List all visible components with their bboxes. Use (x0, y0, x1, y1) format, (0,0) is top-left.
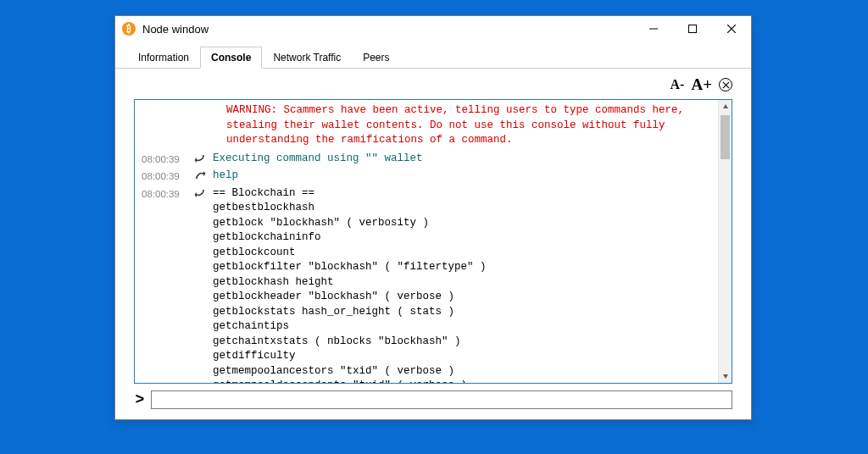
tab-peers[interactable]: Peers (352, 47, 400, 69)
sent-icon (194, 169, 213, 186)
tab-console[interactable]: Console (200, 47, 262, 69)
tabs: Information Console Network Traffic Peer… (115, 43, 751, 69)
clear-console-button[interactable] (719, 78, 732, 91)
tab-information[interactable]: Information (127, 47, 200, 69)
svg-marker-10 (723, 374, 728, 379)
svg-marker-7 (203, 171, 206, 176)
timestamp: 08:00:39 (142, 169, 194, 186)
window-controls (634, 16, 751, 42)
bitcoin-icon: ₿ (122, 22, 136, 36)
console-toolbar: A- A+ (134, 75, 732, 94)
tab-network-traffic[interactable]: Network Traffic (262, 47, 352, 69)
scroll-up-button[interactable] (719, 100, 732, 114)
node-window: ₿ Node window Information Console Networ… (114, 15, 752, 420)
svg-rect-1 (689, 25, 697, 33)
console-warning: WARNING: Scammers have been active, tell… (142, 103, 709, 152)
scroll-thumb[interactable] (721, 115, 730, 159)
received-icon (194, 186, 213, 385)
console-row: 08:00:39help (142, 169, 709, 186)
window-title: Node window (142, 23, 634, 36)
close-button[interactable] (712, 16, 751, 42)
maximize-button[interactable] (673, 16, 712, 42)
minimize-button[interactable] (634, 16, 673, 42)
scroll-down-button[interactable] (719, 369, 732, 383)
console-row: 08:00:39Executing command using "" walle… (142, 152, 709, 169)
font-smaller-button[interactable]: A- (670, 77, 685, 92)
titlebar: ₿ Node window (115, 16, 751, 42)
received-icon (194, 152, 213, 169)
console-input-row: > (134, 390, 732, 409)
console-output: WARNING: Scammers have been active, tell… (134, 99, 732, 384)
console-input[interactable] (151, 390, 732, 409)
console-text: == Blockchain == getbestblockhash getblo… (213, 186, 709, 385)
svg-marker-8 (195, 192, 198, 197)
prompt-icon: > (134, 391, 146, 408)
timestamp: 08:00:39 (142, 186, 194, 385)
console-text: help (213, 169, 709, 186)
scrollbar[interactable] (718, 100, 732, 383)
console-row: 08:00:39== Blockchain == getbestblockhas… (142, 186, 709, 385)
console-text: Executing command using "" wallet (213, 152, 709, 169)
svg-marker-6 (195, 158, 198, 163)
svg-marker-9 (723, 104, 728, 108)
font-larger-button[interactable]: A+ (691, 75, 712, 94)
timestamp: 08:00:39 (142, 152, 194, 169)
console-panel: A- A+ WARNING: Scammers have been active… (115, 69, 751, 419)
